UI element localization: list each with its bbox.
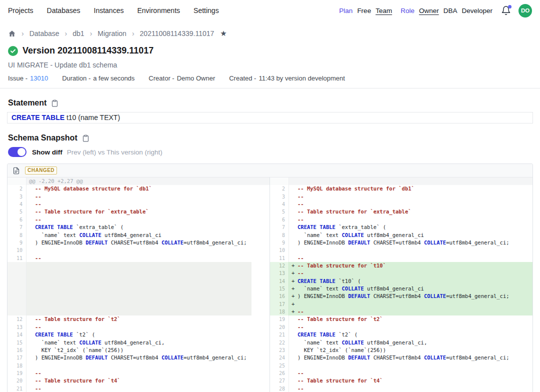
diff-line: 17+ xyxy=(270,300,532,308)
breadcrumb-version-id[interactable]: 20211008114339.11017 xyxy=(140,30,214,38)
role-current-owner[interactable]: Owner xyxy=(419,7,439,14)
diff-line: 5-- Table structure for `extra_table` xyxy=(270,208,532,216)
avatar[interactable]: DO xyxy=(518,4,532,18)
role-label[interactable]: Role xyxy=(400,7,414,14)
role-option-developer[interactable]: Developer xyxy=(462,7,492,14)
nav-item-environments[interactable]: Environments xyxy=(137,6,180,14)
breadcrumb-migration[interactable]: Migration xyxy=(98,30,126,38)
chevron-right-icon: › xyxy=(90,30,92,38)
role-option-dba[interactable]: DBA xyxy=(444,7,458,14)
meta-created: Created - 11:43 by version development xyxy=(229,74,345,82)
meta-duration-label: Duration - xyxy=(62,74,90,82)
breadcrumb: › Database › db1 › Migration › 202110081… xyxy=(0,28,540,40)
diff-line: 4-- xyxy=(270,200,532,208)
diff-line: 24) ENGINE=InnoDB DEFAULT CHARSET=utf8mb… xyxy=(270,354,532,362)
file-icon xyxy=(12,167,20,174)
diff-line: 27-- Table structure for `t4` xyxy=(270,377,532,384)
diff-line: 3-- xyxy=(8,193,270,200)
nav-item-projects[interactable]: Projects xyxy=(8,6,34,14)
diff-line: 28-- xyxy=(270,385,532,392)
diff-line: 11-- xyxy=(270,254,532,262)
plan-value-free[interactable]: Free xyxy=(357,7,371,14)
diff-line: 16+) ENGINE=InnoDB DEFAULT CHARSET=utf8m… xyxy=(270,292,532,300)
diff-line: 8 `name` text COLLATE utf8mb4_general_ci xyxy=(8,232,270,239)
diff-line: 14+CREATE TABLE `t10` ( xyxy=(270,278,532,285)
statement-sql: CREATE TABLE t10 (name TEXT) xyxy=(7,112,533,124)
top-nav: Projects Databases Instances Environment… xyxy=(0,0,540,21)
meta-creator-value: Demo Owner xyxy=(177,74,216,82)
role-switcher: Role Owner DBA Developer xyxy=(400,7,492,14)
breadcrumb-db1[interactable]: db1 xyxy=(72,30,84,38)
diff-line: 15 `name` text COLLATE utf8mb4_general_c… xyxy=(8,339,270,346)
diff-line: 20-- Table structure for `t4` xyxy=(8,377,270,384)
version-subtitle: UI MIGRATE - Update db1 schema xyxy=(0,61,540,69)
diff-line: 7CREATE TABLE `extra_table` ( xyxy=(270,224,532,231)
home-icon[interactable] xyxy=(8,30,16,38)
nav-item-instances[interactable]: Instances xyxy=(94,6,124,14)
diff-line: 21-- xyxy=(8,385,270,392)
diff-line: 18+-- xyxy=(270,308,532,316)
diff-filler-row xyxy=(8,285,270,292)
diff-line: 20-- xyxy=(270,324,532,331)
meta-issue-label: Issue - xyxy=(8,74,28,82)
diff-filler-row xyxy=(8,262,270,270)
issue-link[interactable]: 13010 xyxy=(30,74,48,82)
diff-line: 23 KEY `t2_idx` (`name`(256)) xyxy=(270,346,532,354)
plan-label[interactable]: Plan xyxy=(339,7,352,14)
diff-line: 3-- xyxy=(270,193,532,200)
snapshot-section-title: Schema Snapshot xyxy=(0,134,540,142)
diff-line: 18 xyxy=(8,362,270,370)
diff-line: 7CREATE TABLE `extra_table` ( xyxy=(8,224,270,231)
snapshot-heading: Schema Snapshot xyxy=(8,134,78,142)
diff-header: CHANGED xyxy=(8,164,532,178)
notifications-button[interactable] xyxy=(501,6,512,16)
show-diff-toggle[interactable] xyxy=(8,147,26,157)
diff-line: 5-- Table structure for `extra_table` xyxy=(8,208,270,216)
diff-hunk-header xyxy=(270,178,532,185)
nav-right: Plan Free Team Role Owner DBA Developer … xyxy=(339,4,532,18)
clipboard-icon[interactable] xyxy=(82,134,90,142)
diff-filler-row xyxy=(8,270,270,277)
diff-line: 9) ENGINE=InnoDB DEFAULT CHARSET=utf8mb4… xyxy=(270,239,532,246)
meta-issue: Issue - 13010 xyxy=(8,74,48,82)
meta-creator: Creator - Demo Owner xyxy=(148,74,215,82)
chevron-right-icon: › xyxy=(22,30,24,38)
star-icon[interactable]: ★ xyxy=(220,29,226,38)
diff-line: 6-- xyxy=(270,216,532,224)
diff-filler-row xyxy=(8,278,270,285)
diff-line: 2-- MySQL database structure for `db1` xyxy=(270,185,532,192)
toggle-hint: Prev (left) vs This version (right) xyxy=(67,148,162,156)
meta-created-value: 11:43 by version development xyxy=(258,74,344,82)
diff-line: 26-- xyxy=(270,370,532,377)
diff-line: 13+-- xyxy=(270,270,532,277)
diff-line: 10 xyxy=(270,246,532,254)
diff-line: 19-- xyxy=(8,370,270,377)
nav-item-settings[interactable]: Settings xyxy=(194,6,219,14)
version-header: Version 20211008114339.11017 xyxy=(0,46,540,56)
diff-line: 12+-- Table structure for `t10` xyxy=(270,262,532,270)
chevron-right-icon: › xyxy=(132,30,134,38)
plan-switcher: Plan Free Team xyxy=(339,7,392,14)
diff-line: 13-- xyxy=(8,324,270,331)
plan-option-team[interactable]: Team xyxy=(376,7,392,14)
meta-duration: Duration - a few seconds xyxy=(62,74,134,82)
diff-toggle-row: Show diff Prev (left) vs This version (r… xyxy=(0,147,540,157)
diff-line: 4-- xyxy=(8,200,270,208)
diff-pane-current[interactable]: 2-- MySQL database structure for `db1`3-… xyxy=(270,178,532,392)
status-badge: CHANGED xyxy=(25,166,57,174)
version-meta: Issue - 13010 Duration - a few seconds C… xyxy=(0,74,540,82)
diff-hunk-header: @@ -2,20 +2,27 @@ xyxy=(8,178,270,185)
breadcrumb-database[interactable]: Database xyxy=(30,30,60,38)
schema-diff-viewer: CHANGED @@ -2,20 +2,27 @@2-- MySQL datab… xyxy=(7,164,533,392)
clipboard-icon[interactable] xyxy=(51,100,58,107)
diff-line: 15+ `name` text COLLATE utf8mb4_general_… xyxy=(270,285,532,292)
nav-item-databases[interactable]: Databases xyxy=(47,6,80,14)
diff-line: 14CREATE TABLE `t2` ( xyxy=(8,331,270,338)
toggle-label: Show diff xyxy=(32,148,62,156)
diff-pane-previous[interactable]: @@ -2,20 +2,27 @@2-- MySQL database stru… xyxy=(8,178,270,392)
diff-filler-row xyxy=(8,292,270,300)
statement-heading: Statement xyxy=(8,98,46,108)
notification-dot xyxy=(508,5,512,8)
section-divider xyxy=(0,88,540,88)
diff-line: 6-- xyxy=(8,216,270,224)
